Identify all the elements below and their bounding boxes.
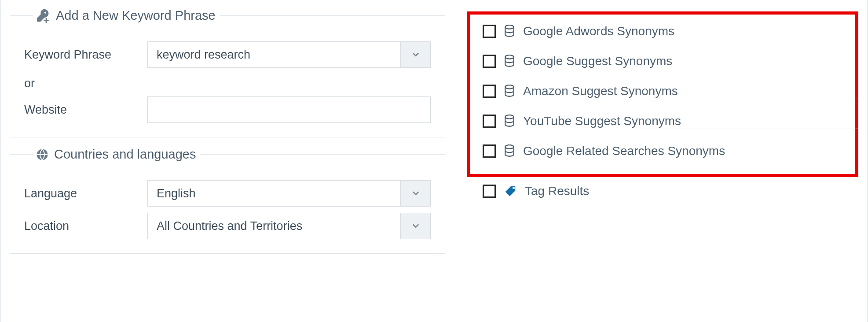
locale-legend-text: Countries and languages — [54, 147, 196, 162]
tag-results-checkbox[interactable] — [483, 185, 496, 198]
keyword-phrase-legend-text: Add a New Keyword Phrase — [56, 8, 216, 23]
svg-point-6 — [505, 115, 513, 119]
synonym-source-checkbox[interactable] — [483, 25, 496, 38]
database-icon — [504, 144, 515, 158]
keyword-phrase-select[interactable]: keyword research — [147, 41, 431, 68]
location-value: All Countries and Territories — [148, 213, 400, 239]
synonym-source-checkbox[interactable] — [483, 115, 496, 128]
language-value: English — [148, 181, 400, 206]
synonym-source-label: Google Suggest Synonyms — [523, 54, 672, 68]
key-plus-icon — [36, 8, 51, 23]
location-label: Location — [24, 219, 147, 233]
locale-panel: Countries and languages Language English… — [10, 147, 445, 254]
keyword-phrase-value: keyword research — [148, 42, 400, 67]
synonym-source-row: YouTube Suggest Synonyms — [483, 106, 843, 136]
globe-icon — [36, 148, 49, 161]
language-label: Language — [24, 187, 147, 200]
website-label: Website — [24, 103, 147, 117]
database-icon — [504, 55, 515, 68]
synonym-source-label: Google Adwords Synonyms — [523, 24, 674, 38]
language-caret[interactable] — [400, 181, 430, 206]
tag-icon — [504, 185, 517, 198]
synonym-source-checkbox[interactable] — [483, 55, 496, 68]
keyword-phrase-label: Keyword Phrase — [24, 48, 147, 62]
location-caret[interactable] — [400, 213, 430, 239]
svg-point-3 — [505, 25, 513, 29]
locale-legend: Countries and languages — [33, 147, 200, 162]
synonym-source-label: Google Related Searches Synonyms — [523, 144, 725, 158]
chevron-down-icon — [411, 189, 421, 198]
svg-rect-1 — [44, 20, 48, 21]
database-icon — [504, 85, 515, 98]
chevron-down-icon — [411, 221, 421, 231]
tag-results-row: Tag Results — [467, 179, 858, 198]
database-icon — [504, 25, 515, 38]
website-input[interactable] — [147, 96, 431, 123]
svg-point-7 — [505, 145, 513, 149]
synonym-source-row: Google Related Searches Synonyms — [483, 136, 843, 166]
or-label: or — [24, 77, 431, 90]
svg-point-4 — [505, 55, 513, 59]
language-select[interactable]: English — [147, 180, 431, 207]
synonym-source-checkbox[interactable] — [483, 144, 496, 158]
synonym-source-row: Amazon Suggest Synonyms — [483, 76, 843, 106]
keyword-phrase-legend: Add a New Keyword Phrase — [33, 8, 220, 23]
keyword-phrase-panel: Add a New Keyword Phrase Keyword Phrase … — [10, 8, 445, 137]
svg-point-5 — [505, 85, 513, 89]
chevron-down-icon — [411, 50, 421, 59]
synonym-source-row: Google Adwords Synonyms — [483, 16, 843, 46]
synonym-sources-highlight: Google Adwords Synonyms Google Suggest S… — [467, 11, 858, 177]
synonym-source-label: Amazon Suggest Synonyms — [523, 84, 678, 98]
synonym-source-label: YouTube Suggest Synonyms — [523, 114, 681, 128]
database-icon — [504, 115, 515, 128]
location-select[interactable]: All Countries and Territories — [147, 213, 431, 239]
synonym-source-row: Google Suggest Synonyms — [483, 46, 843, 76]
keyword-phrase-caret[interactable] — [400, 42, 430, 67]
tag-results-label: Tag Results — [525, 184, 589, 198]
synonym-source-checkbox[interactable] — [483, 85, 496, 98]
